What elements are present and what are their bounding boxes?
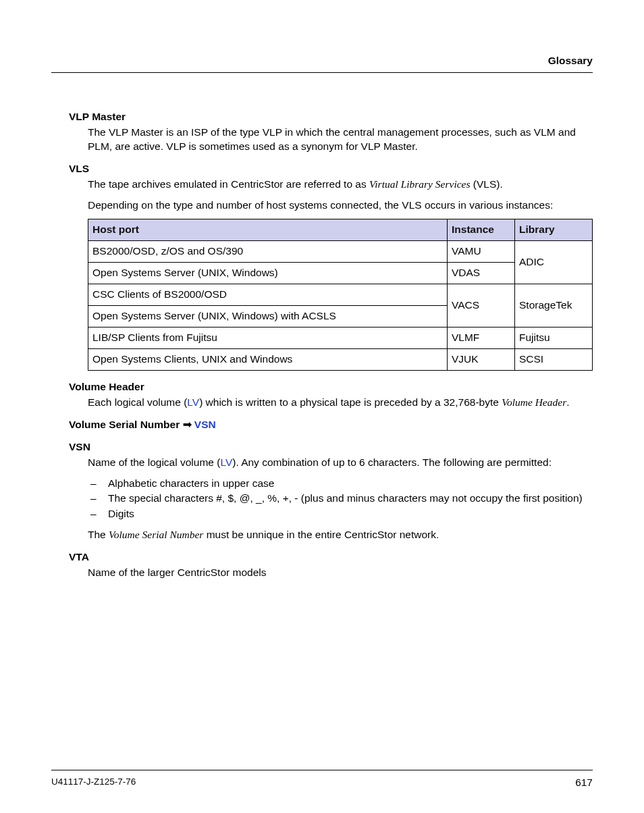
term-vta: VTA — [69, 550, 593, 565]
col-library: Library — [515, 219, 593, 241]
cell-library: Fujitsu — [515, 327, 593, 349]
text-fragment: The tape archives emulated in CentricSto… — [88, 178, 369, 190]
table-row: LIB/SP Clients from Fujitsu VLMF Fujitsu — [88, 327, 593, 349]
table-row: CSC Clients of BS2000/OSD VACS StorageTe… — [88, 284, 593, 306]
header-title: Glossary — [548, 55, 593, 66]
term-vsn: VSN — [69, 440, 593, 454]
text-italic: Volume Serial Number — [109, 529, 203, 540]
glossary-entry-vls: VLS The tape archives emulated in Centri… — [51, 162, 593, 371]
vsn-def-line1: Name of the logical volume (LV). Any com… — [88, 456, 593, 470]
def-volume-header: Each logical volume (LV) which is writte… — [88, 396, 593, 410]
cell-host: LIB/SP Clients from Fujitsu — [88, 327, 448, 349]
list-item: Alphabetic characters in upper case — [88, 477, 593, 491]
link-lv[interactable]: LV — [220, 456, 232, 468]
cell-library: SCSI — [515, 348, 593, 370]
vls-def-line2: Depending on the type and number of host… — [88, 199, 593, 213]
cell-instance: VAMU — [448, 241, 515, 263]
cell-host: Open Systems Clients, UNIX and Windows — [88, 348, 448, 370]
vsn-def-line2: The Volume Serial Number must be unnique… — [88, 528, 593, 542]
def-vls: The tape archives emulated in CentricSto… — [88, 178, 593, 371]
col-host-port: Host port — [88, 219, 448, 241]
glossary-entry-volume-header: Volume Header Each logical volume (LV) w… — [51, 380, 593, 410]
text-fragment: The — [88, 529, 109, 540]
document-number: U41117-J-Z125-7-76 — [51, 776, 136, 788]
glossary-entry-vta: VTA Name of the larger CentricStor model… — [51, 550, 593, 580]
vls-def-line1: The tape archives emulated in CentricSto… — [88, 178, 593, 192]
term-vls: VLS — [69, 162, 593, 176]
text-fragment: Name of the logical volume ( — [88, 456, 220, 468]
cell-library: ADIC — [515, 241, 593, 284]
page-number: 617 — [575, 776, 593, 790]
arrow-icon: ➟ — [183, 419, 192, 430]
def-vta: Name of the larger CentricStor models — [88, 566, 593, 580]
vls-table: Host port Instance Library BS2000/OSD, z… — [88, 219, 593, 370]
list-item: The special characters #, $, @, _, %, +,… — [88, 492, 593, 506]
document-page: Glossary VLP Master The VLP Master is an… — [0, 0, 644, 813]
table-row: BS2000/OSD, z/OS and OS/390 VAMU ADIC — [88, 241, 593, 263]
cell-instance: VDAS — [448, 263, 515, 284]
text-italic: Virtual Library Services — [369, 178, 471, 190]
glossary-entry-vsn: VSN Name of the logical volume (LV). Any… — [51, 440, 593, 543]
text-fragment: . — [566, 396, 569, 408]
term-vlp-master: VLP Master — [69, 110, 593, 124]
cell-instance: VLMF — [448, 327, 515, 349]
cell-host: CSC Clients of BS2000/OSD — [88, 284, 448, 306]
term-vsn-ref: Volume Serial Number ➟ VSN — [69, 418, 593, 432]
cell-host: BS2000/OSD, z/OS and OS/390 — [88, 241, 448, 263]
cell-host: Open Systems Server (UNIX, Windows) — [88, 263, 448, 284]
def-vlp-master: The VLP Master is an ISP of the type VLP… — [88, 126, 593, 154]
list-item: Digits — [88, 507, 593, 521]
glossary-entry-vlp-master: VLP Master The VLP Master is an ISP of t… — [51, 110, 593, 154]
page-header: Glossary — [51, 54, 593, 73]
link-lv[interactable]: LV — [187, 396, 199, 408]
text-fragment: ). Any combination of up to 6 characters… — [232, 456, 552, 468]
text-fragment: (VLS). — [471, 178, 503, 190]
glossary-entry-vsn-ref: Volume Serial Number ➟ VSN — [51, 418, 593, 432]
text-fragment: ) which is written to a physical tape is… — [199, 396, 502, 408]
text-italic: Volume Header — [502, 396, 566, 408]
table-header-row: Host port Instance Library — [88, 219, 593, 241]
col-instance: Instance — [448, 219, 515, 241]
text-fragment: must be unnique in the entire CentricSto… — [203, 529, 439, 540]
table-row: Open Systems Clients, UNIX and Windows V… — [88, 348, 593, 370]
page-footer: U41117-J-Z125-7-76 617 — [51, 770, 593, 790]
cell-instance: VACS — [448, 284, 515, 327]
text-fragment: Volume Serial Number — [69, 419, 183, 430]
link-vsn[interactable]: VSN — [192, 419, 216, 430]
term-volume-header: Volume Header — [69, 380, 593, 394]
def-vsn: Name of the logical volume (LV). Any com… — [88, 456, 593, 543]
text-fragment: Each logical volume ( — [88, 396, 187, 408]
cell-instance: VJUK — [448, 348, 515, 370]
cell-host: Open Systems Server (UNIX, Windows) with… — [88, 306, 448, 327]
cell-library: StorageTek — [515, 284, 593, 327]
vsn-bullet-list: Alphabetic characters in upper case The … — [88, 477, 593, 522]
